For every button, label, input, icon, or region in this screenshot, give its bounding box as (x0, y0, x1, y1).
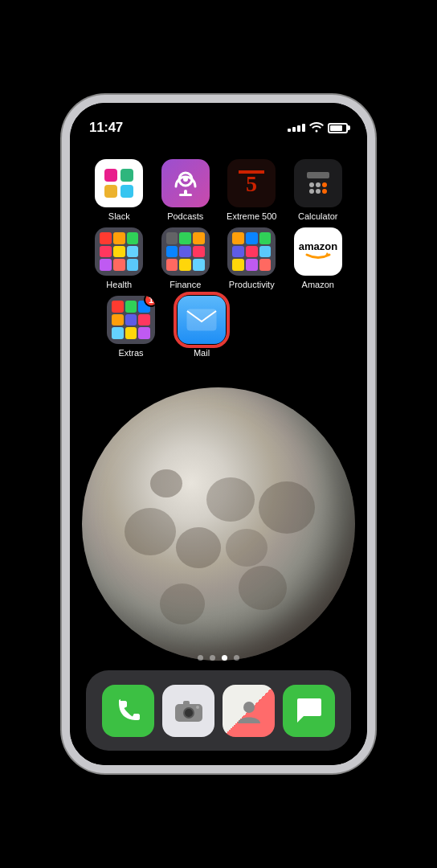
app-calculator[interactable]: Calculator (289, 159, 347, 221)
svg-point-25 (243, 702, 255, 713)
svg-point-17 (322, 189, 327, 194)
signal-icon (288, 124, 305, 132)
svg-text:amazon: amazon (299, 240, 337, 252)
page-dot-3[interactable] (222, 655, 227, 661)
wifi-icon (310, 121, 323, 134)
notch (166, 103, 271, 127)
app-productivity-label: Productivity (229, 280, 275, 289)
svg-rect-11 (307, 172, 329, 178)
app-finance-label: Finance (169, 280, 201, 289)
moon-wallpaper (82, 387, 355, 661)
app-health-label: Health (106, 280, 132, 289)
svg-point-14 (322, 182, 327, 187)
dock-contacts[interactable] (223, 685, 275, 737)
svg-text:5: 5 (246, 171, 257, 196)
svg-rect-1 (120, 169, 133, 182)
app-slack-label: Slack (108, 211, 130, 221)
mail-highlight-ring (174, 292, 230, 348)
volume-up-button[interactable] (62, 244, 63, 292)
page-dot-2[interactable] (210, 655, 215, 661)
app-calculator-label: Calculator (298, 211, 338, 221)
screen: 11:47 (70, 103, 367, 765)
app-finance[interactable]: Finance (157, 227, 214, 289)
status-time: 11:47 (89, 120, 123, 136)
dock-camera[interactable] (162, 685, 214, 737)
app-row-2: Health (86, 227, 351, 289)
app-slack[interactable]: Slack (90, 159, 148, 221)
svg-rect-10 (239, 170, 264, 174)
app-health[interactable]: Health (90, 227, 148, 289)
svg-rect-3 (120, 185, 133, 198)
dock-messages[interactable] (283, 685, 335, 737)
dock-phone[interactable] (102, 685, 154, 737)
volume-down-button[interactable] (62, 302, 63, 350)
svg-rect-23 (183, 701, 190, 706)
app-mail[interactable]: Mail (173, 296, 231, 358)
power-button[interactable] (374, 248, 375, 312)
page-dots (198, 655, 239, 661)
svg-rect-7 (179, 194, 192, 196)
app-productivity[interactable]: Productivity (223, 227, 280, 289)
app-extreme500-label: Extreme 500 (227, 211, 276, 221)
app-grid: Slack Podcasts (70, 151, 367, 366)
app-amazon-label: Amazon (302, 280, 334, 289)
app-extras-label: Extras (118, 348, 143, 358)
svg-point-16 (316, 189, 321, 194)
phone-frame: 11:47 (62, 95, 375, 773)
app-extreme500[interactable]: 5 Extreme 500 (223, 159, 280, 221)
svg-point-24 (196, 706, 199, 709)
svg-rect-2 (104, 185, 117, 198)
app-row-3: 1 Extras Mail (86, 296, 351, 358)
app-podcasts-label: Podcasts (167, 211, 203, 221)
status-icons (288, 121, 348, 134)
svg-point-22 (185, 709, 193, 717)
app-podcasts[interactable]: Podcasts (157, 159, 214, 221)
battery-icon (328, 123, 348, 133)
page-dot-4[interactable] (234, 655, 239, 661)
svg-point-12 (309, 182, 314, 187)
page-dot-1[interactable] (198, 655, 203, 661)
app-extras[interactable]: 1 Extras (102, 296, 160, 358)
svg-point-15 (309, 189, 314, 194)
app-row-1: Slack Podcasts (86, 159, 351, 221)
svg-point-13 (316, 182, 321, 187)
dock (86, 670, 351, 751)
app-mail-label: Mail (194, 348, 210, 358)
app-amazon[interactable]: amazon Amazon (289, 227, 347, 289)
svg-rect-0 (104, 169, 117, 182)
